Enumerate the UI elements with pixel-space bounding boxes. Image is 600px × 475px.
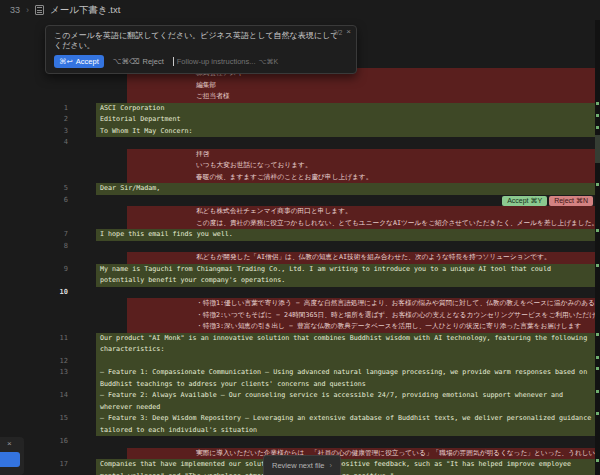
- followup-shortcut: ⌥⌘K: [259, 58, 279, 66]
- line-text: [96, 241, 595, 253]
- code-line[interactable]: 7 I hope this email finds you well.: [0, 229, 600, 241]
- code-line[interactable]: 4: [0, 137, 600, 149]
- code-line[interactable]: 15 – Feature 3: Deep Wisdom Repository –…: [0, 413, 600, 436]
- line-number: 12: [0, 356, 96, 368]
- line-text: ご担当者様: [127, 91, 595, 103]
- code-line[interactable]: 12: [0, 356, 600, 368]
- line-text: [96, 356, 595, 368]
- code-line[interactable]: 5 Dear Sir/Madam,: [0, 183, 600, 195]
- line-number: 5: [0, 183, 96, 195]
- line-number: 10: [0, 287, 96, 299]
- line-text: Editorial Department: [96, 114, 595, 126]
- code-line[interactable]: ・特徴1:優しい言葉で寄り添う − 高度な自然言語処理により、お客様の悩みや質問…: [0, 298, 600, 310]
- line-text: – Feature 1: Compassionate Communication…: [96, 367, 595, 390]
- line-number: 2: [0, 114, 96, 126]
- close-icon[interactable]: ×: [346, 28, 351, 36]
- code-line[interactable]: 1 ASCI Corporation: [0, 103, 600, 115]
- line-number: [31, 448, 127, 460]
- diff-overview-ruler[interactable]: [595, 20, 600, 475]
- code-line[interactable]: 3 To Whom It May Concern:: [0, 126, 600, 138]
- line-text: ・特徴3:深い知恵の引き出し − 豊富な仏教の教典データベースを活用し、一人ひと…: [127, 321, 595, 333]
- breadcrumb: 33 › メール下書き.txt: [0, 0, 600, 20]
- code-line[interactable]: 10: [0, 287, 600, 299]
- line-text: 拝啓: [127, 149, 595, 161]
- code-line[interactable]: 春暖の候、ますますご清祥のこととお慶び申し上げます。: [0, 172, 600, 184]
- code-line[interactable]: 8: [0, 241, 600, 253]
- code-line[interactable]: 2 Editorial Department: [0, 114, 600, 126]
- reject-shortcut: ⌥⌘⌫: [113, 57, 140, 66]
- line-text: ASCI Corporation: [96, 103, 595, 115]
- code-line[interactable]: 13 – Feature 1: Compassionate Communicat…: [0, 367, 600, 390]
- accept-label: Accept: [76, 57, 99, 66]
- code-line[interactable]: 編集部: [0, 80, 600, 92]
- code-line[interactable]: 14 – Feature 2: Always Available – Our c…: [0, 390, 600, 413]
- line-text: Our product "AI Monk" is an innovative s…: [96, 333, 595, 356]
- code-line[interactable]: 11 Our product "AI Monk" is an innovativ…: [0, 333, 600, 356]
- code-line[interactable]: 9 My name is Taguchi from Chiangmai Trad…: [0, 264, 600, 287]
- line-text: 私どもが開発した「AI僧侶」は、仏教の知恵とAI技術を組み合わせた、次のような特…: [127, 252, 595, 264]
- code-line[interactable]: ・特徴3:深い知恵の引き出し − 豊富な仏教の教典データベースを活用し、一人ひと…: [0, 321, 600, 333]
- line-number: 14: [0, 390, 96, 413]
- code-line[interactable]: 私どもが開発した「AI僧侶」は、仏教の知恵とAI技術を組み合わせた、次のような特…: [0, 252, 600, 264]
- code-line[interactable]: 16: [0, 436, 600, 448]
- line-text: ・特徴2:いつでもそばに − 24時間365日、時と場所を選ばず、お客様の心の支…: [127, 310, 595, 322]
- line-number: 8: [0, 241, 96, 253]
- code-line[interactable]: この度は、貴社の業務に役立つかもしれない、とてもユニークなAIツールをご紹介させ…: [0, 218, 600, 230]
- scrollbar-thumb[interactable]: [595, 135, 600, 163]
- prompt-area: 2/2 × このメールを英語に翻訳してください。ビジネス英語として自然な表現にし…: [0, 20, 600, 68]
- diff-editor: 株式会社アスキー 編集部 ご担当者様 1 ASCI C: [0, 68, 600, 475]
- followup-input[interactable]: Follow-up instructions... ⌥⌘K: [173, 57, 348, 66]
- line-text: I hope this email finds you well.: [96, 229, 595, 241]
- block-accept-button[interactable]: Accept ⌘Y: [502, 196, 547, 206]
- code-line[interactable]: いつも大変お世話になっております。: [0, 160, 600, 172]
- review-next-file-label: Review next file: [272, 461, 325, 470]
- side-widget-button[interactable]: [0, 452, 20, 467]
- line-number: 6: [0, 195, 96, 207]
- review-next-file-button[interactable]: Review next file ›: [263, 455, 341, 475]
- reject-label: Reject: [142, 57, 163, 66]
- line-number: [31, 160, 127, 172]
- line-number: 11: [0, 333, 96, 356]
- breadcrumb-filename[interactable]: メール下書き.txt: [50, 4, 120, 17]
- line-number: [31, 321, 127, 333]
- line-text: To Whom It May Concern:: [96, 126, 595, 138]
- code-line[interactable]: 拝啓: [0, 149, 600, 161]
- line-number: [31, 298, 127, 310]
- line-text: – Feature 3: Deep Wisdom Repository – Le…: [96, 413, 595, 436]
- line-number: [31, 206, 127, 218]
- code-line[interactable]: ・特徴2:いつでもそばに − 24時間365日、時と場所を選ばず、お客様の心の支…: [0, 310, 600, 322]
- line-number: 4: [0, 137, 96, 149]
- line-number: 15: [0, 413, 96, 436]
- code-line[interactable]: 私ども株式会社チェンマイ商事の田口と申します。: [0, 206, 600, 218]
- line-text: この度は、貴社の業務に役立つかもしれない、とてもユニークなAIツールをご紹介させ…: [127, 218, 595, 230]
- line-text: [96, 137, 595, 149]
- line-text: 私ども株式会社チェンマイ商事の田口と申します。: [127, 206, 595, 218]
- inline-ai-prompt-panel: 2/2 × このメールを英語に翻訳してください。ビジネス英語として自然な表現にし…: [45, 25, 357, 74]
- code-line[interactable]: 6 Accept ⌘Y Reject ⌘N: [0, 195, 600, 207]
- chevron-right-icon: ›: [26, 5, 29, 15]
- close-icon[interactable]: ×: [7, 439, 12, 448]
- followup-placeholder: Follow-up instructions...: [177, 57, 256, 66]
- prompt-instruction-text: このメールを英語に翻訳してください。ビジネス英語として自然な表現にしてください。: [54, 31, 340, 51]
- code-line[interactable]: ご担当者様: [0, 91, 600, 103]
- line-number: [31, 218, 127, 230]
- breadcrumb-count: 33: [10, 5, 20, 15]
- line-text: Companies that have implemented our solu…: [96, 459, 595, 475]
- line-text: 春暖の候、ますますご清祥のこととお慶び申し上げます。: [127, 172, 595, 184]
- line-number: [31, 252, 127, 264]
- file-icon: [35, 5, 44, 15]
- line-text: My name is Taguchi from Chiangmai Tradin…: [96, 264, 595, 287]
- line-number: 13: [0, 367, 96, 390]
- accept-shortcut: ⌘↩: [59, 57, 73, 66]
- line-text: [96, 436, 595, 448]
- line-number: [31, 91, 127, 103]
- accept-button[interactable]: ⌘↩ Accept: [54, 55, 104, 68]
- line-text: 実際に導入いただいた企業様からは、「社員の心の健康管理に役立っている」「職場の雰…: [127, 448, 595, 460]
- line-number: [31, 310, 127, 322]
- side-widget: ×: [0, 437, 24, 475]
- line-number: 3: [0, 126, 96, 138]
- editor-window: 33 › メール下書き.txt 2/2 × このメールを英語に翻訳してください。…: [0, 0, 600, 475]
- block-reject-button[interactable]: Reject ⌘N: [549, 196, 593, 206]
- reject-button[interactable]: ⌥⌘⌫ Reject: [113, 57, 164, 66]
- line-number: 7: [0, 229, 96, 241]
